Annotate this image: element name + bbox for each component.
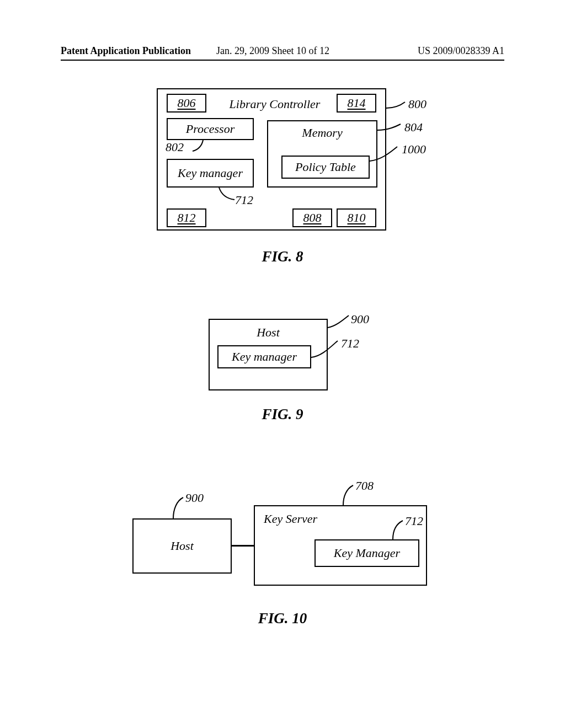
fig8-box-810: 810 bbox=[337, 208, 376, 227]
fig8-num-814: 814 bbox=[348, 96, 366, 110]
fig9-label-712: 712 bbox=[341, 336, 359, 351]
fig10-caption: FIG. 10 bbox=[0, 610, 565, 627]
fig8-label-1000: 1000 bbox=[402, 142, 426, 157]
header-left: Patent Application Publication bbox=[61, 45, 191, 57]
fig10-label-900: 900 bbox=[185, 491, 204, 505]
fig8-label-712: 712 bbox=[235, 193, 253, 207]
fig8-memory-label: Memory bbox=[302, 126, 342, 140]
fig9-key-manager-label: Key manager bbox=[232, 350, 297, 364]
header-right: US 2009/0028339 A1 bbox=[418, 45, 504, 57]
fig8-num-806: 806 bbox=[178, 96, 196, 110]
fig8-label-800: 800 bbox=[408, 97, 427, 111]
fig10-connector bbox=[232, 545, 254, 547]
fig8-processor-label: Processor bbox=[186, 122, 234, 136]
fig8-caption: FIG. 8 bbox=[0, 248, 565, 265]
header-mid: Jan. 29, 2009 Sheet 10 of 12 bbox=[216, 45, 329, 57]
fig8-label-804: 804 bbox=[404, 120, 423, 135]
fig8-box-812: 812 bbox=[167, 208, 206, 227]
header-rule bbox=[61, 60, 504, 61]
fig10-key-manager-box: Key Manager bbox=[315, 539, 419, 567]
page: Patent Application Publication Jan. 29, … bbox=[0, 0, 565, 728]
fig8-key-manager-box: Key manager bbox=[167, 159, 254, 188]
fig9-host-label: Host bbox=[257, 325, 280, 340]
fig10-label-708: 708 bbox=[355, 479, 374, 493]
fig10-label-712: 712 bbox=[405, 514, 423, 528]
fig8-key-manager-label: Key manager bbox=[178, 166, 243, 180]
fig8-num-808: 808 bbox=[303, 211, 322, 225]
fig8-box-808: 808 bbox=[292, 208, 332, 227]
fig8-lead-802 bbox=[190, 140, 217, 154]
fig8-policy-table-label: Policy Table bbox=[295, 160, 356, 174]
fig8-policy-table-box: Policy Table bbox=[281, 156, 370, 179]
fig8-label-802: 802 bbox=[166, 140, 184, 154]
fig8-box-806: 806 bbox=[167, 94, 206, 113]
fig9-caption: FIG. 9 bbox=[0, 406, 565, 423]
fig8-num-812: 812 bbox=[178, 211, 196, 225]
fig8-num-810: 810 bbox=[348, 211, 366, 225]
fig10-host-label: Host bbox=[170, 539, 194, 553]
fig10-key-manager-label: Key Manager bbox=[334, 546, 400, 560]
fig8-title: Library Controller bbox=[220, 97, 330, 111]
fig9-key-manager-box: Key manager bbox=[217, 345, 311, 368]
fig9-label-900: 900 bbox=[351, 312, 369, 326]
fig8-processor-box: Processor bbox=[167, 118, 254, 140]
fig8-box-814: 814 bbox=[337, 94, 376, 113]
fig10-host-box: Host bbox=[132, 518, 232, 574]
fig10-key-server-label: Key Server bbox=[264, 512, 317, 526]
